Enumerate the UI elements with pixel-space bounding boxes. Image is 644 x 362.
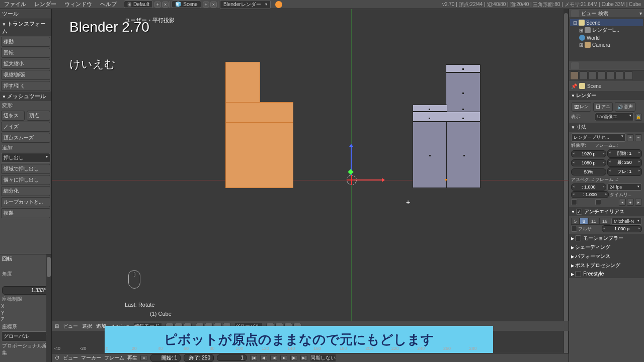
- res-y-field[interactable]: ◂1080 p▸: [571, 159, 606, 166]
- frame-step-field[interactable]: ◂フレ: 1▸: [607, 167, 642, 176]
- modifier-tab-icon[interactable]: [624, 71, 633, 80]
- current-frame-field[interactable]: 1: [217, 354, 247, 361]
- layout-del[interactable]: ×: [162, 2, 169, 8]
- next-key-icon[interactable]: |▶: [290, 355, 297, 361]
- preset-add-button[interactable]: +: [627, 134, 634, 141]
- start-frame-field[interactable]: 開始: 1: [150, 354, 181, 362]
- shading-panel-header[interactable]: シェーディング: [569, 243, 644, 252]
- border-check[interactable]: [571, 199, 577, 205]
- aa-5[interactable]: 5: [571, 218, 580, 225]
- freestyle-panel-header[interactable]: Freestyle: [569, 270, 644, 278]
- audio-button[interactable]: 🔊音声: [615, 102, 635, 112]
- angle-field[interactable]: 1.333°: [2, 286, 49, 295]
- scene-tab-icon[interactable]: [588, 71, 597, 80]
- scene-add[interactable]: +: [203, 2, 209, 8]
- world-tab-icon[interactable]: [597, 71, 606, 80]
- motionblur-panel-header[interactable]: モーションブラー: [569, 234, 644, 243]
- transform-panel-header[interactable]: トランスフォーム: [0, 19, 51, 36]
- aspect-y-field[interactable]: ◂: 1.000▸: [571, 191, 609, 198]
- layout-add[interactable]: +: [154, 2, 161, 8]
- extrude-region-button[interactable]: 領域で押し出し: [1, 164, 50, 174]
- duplicate-button[interactable]: 複製: [1, 208, 50, 218]
- scale-button[interactable]: 拡大縮小: [1, 59, 50, 69]
- prev-key-icon[interactable]: ◀|: [260, 355, 267, 361]
- tl-menu-frame[interactable]: フレーム: [104, 354, 124, 361]
- timeline-ruler[interactable]: -40-200 204060 80100120 140160180 200220…: [52, 346, 493, 353]
- render-panel-header[interactable]: レンダー: [569, 91, 644, 100]
- remap-next-icon[interactable]: ▸: [635, 199, 642, 206]
- axis-z-check[interactable]: Z: [0, 316, 51, 323]
- render-button[interactable]: 🖼レン: [572, 102, 591, 112]
- viewport-scrollbar[interactable]: [564, 9, 569, 362]
- dimensions-panel-header[interactable]: 寸法: [569, 123, 644, 132]
- res-pct-field[interactable]: 50%: [571, 168, 606, 175]
- outliner-camera-node[interactable]: ⊞Camera: [570, 41, 643, 48]
- shrink-fatten-button[interactable]: 収縮/膨張: [1, 70, 50, 80]
- menu-render[interactable]: レンダー: [30, 1, 60, 8]
- pin-icon[interactable]: 📌: [571, 83, 577, 89]
- push-pull-button[interactable]: 押す/引く: [1, 81, 50, 91]
- postproc-panel-header[interactable]: ポストプロセシング: [569, 261, 644, 270]
- anim-button[interactable]: 🎞アニ: [593, 102, 613, 112]
- props-editor-icon[interactable]: [571, 62, 579, 69]
- subdivide-button[interactable]: 細分化: [1, 186, 50, 196]
- axis-y-check[interactable]: Y: [0, 310, 51, 316]
- vp-menu-select[interactable]: 選択: [82, 323, 92, 330]
- operator-scrollbar[interactable]: [46, 254, 51, 362]
- tl-menu-view[interactable]: ビュー: [63, 354, 78, 361]
- outliner-scene-node[interactable]: ⊟Scene: [570, 19, 643, 26]
- aa-8[interactable]: 8: [580, 218, 588, 225]
- menu-file[interactable]: ファイル: [0, 1, 30, 8]
- constraint-tab-icon[interactable]: [615, 71, 624, 80]
- freestyle-enable-check[interactable]: [575, 271, 581, 277]
- frame-end-field[interactable]: ◂最: 250▸: [607, 158, 642, 167]
- tools-tab[interactable]: ツール: [0, 9, 51, 19]
- menu-window[interactable]: ウィンドウ: [60, 1, 96, 8]
- jump-start-icon[interactable]: |◀: [250, 355, 257, 361]
- outliner-search[interactable]: 検索: [598, 10, 608, 17]
- remap-prev-icon[interactable]: ◂: [619, 199, 626, 206]
- outliner-view[interactable]: ビュー: [581, 10, 596, 17]
- auto-keyframe-icon[interactable]: ●: [140, 355, 147, 361]
- preset-del-button[interactable]: −: [635, 134, 642, 141]
- orientation-dropdown[interactable]: グローバル▾: [1, 331, 50, 341]
- scene-del[interactable]: ×: [210, 2, 217, 8]
- end-frame-field[interactable]: 終了: 250: [184, 354, 214, 362]
- play-icon[interactable]: ▶: [280, 355, 287, 361]
- gizmo-x-axis[interactable]: [354, 179, 384, 180]
- fps-dropdown[interactable]: 24 fps▾: [607, 184, 642, 191]
- render-tab-icon[interactable]: [570, 71, 579, 80]
- frame-start-field[interactable]: ◂開始: 1▸: [607, 149, 642, 158]
- translate-button[interactable]: 移動: [1, 37, 50, 47]
- 3d-viewport[interactable]: ユーザー・平行投影 Blender 2.70 けいえむ + Last: Rota…: [52, 9, 569, 362]
- res-x-field[interactable]: ◂1920 p▸: [571, 150, 606, 157]
- noise-button[interactable]: ノイズ: [1, 122, 50, 132]
- aa-samples-segment[interactable]: 5 8 11 16: [571, 218, 610, 225]
- vertex-slide-button[interactable]: 頂点: [27, 111, 50, 121]
- remap-cur-icon[interactable]: ●: [627, 199, 634, 206]
- vp-menu-view[interactable]: ビュー: [63, 323, 78, 330]
- scene-selector[interactable]: 🧊Scene: [172, 1, 201, 8]
- extrude-individual-button[interactable]: 個々に押し出し: [1, 175, 50, 185]
- play-rev-icon[interactable]: ◀: [270, 355, 277, 361]
- selected-mesh[interactable]: [225, 122, 293, 188]
- aa-filter-dropdown[interactable]: Mitchell-N▾: [611, 218, 642, 225]
- mb-enable-check[interactable]: [575, 235, 581, 241]
- unselected-mesh-top[interactable]: [413, 105, 447, 112]
- outliner-renderlayers-node[interactable]: ⊞レンダーL...: [570, 26, 643, 34]
- performance-panel-header[interactable]: パフォーマンス: [569, 252, 644, 261]
- engine-selector[interactable]: Blenderレンダー▾: [220, 0, 270, 9]
- filter-size-field[interactable]: ◂1.000 p▸: [602, 225, 642, 232]
- render-preset-dropdown[interactable]: レンダープリセ...▾: [571, 133, 626, 142]
- rotate-button[interactable]: 回転: [1, 48, 50, 58]
- aa-enable-check[interactable]: [576, 209, 582, 215]
- object-tab-icon[interactable]: [606, 71, 615, 80]
- menu-help[interactable]: ヘルプ: [96, 1, 121, 8]
- jump-end-icon[interactable]: ▶|: [300, 355, 307, 361]
- tl-menu-marker[interactable]: マーカー: [81, 354, 101, 361]
- crop-check[interactable]: [595, 199, 601, 205]
- lock-icon[interactable]: 🔒: [635, 114, 642, 121]
- aa-panel-header[interactable]: アンチエイリアス: [569, 207, 644, 216]
- sync-mode[interactable]: 同期しない: [310, 354, 336, 361]
- outliner-mode-icon[interactable]: ▾: [639, 11, 642, 16]
